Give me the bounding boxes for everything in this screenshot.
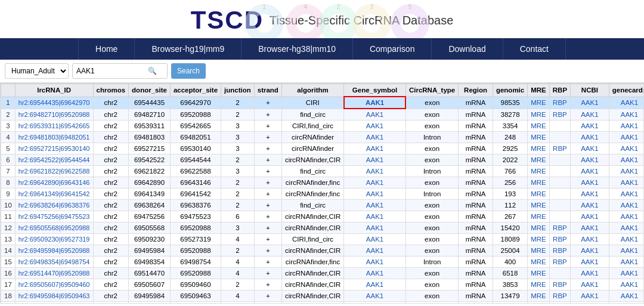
gene-symbol-cell[interactable]: AAK1 [344,245,406,256]
gene-symbol-cell[interactable]: AAK1 [344,200,406,211]
mre-cell[interactable]: MRE [528,166,550,177]
genecards-cell[interactable]: AAK1 [609,177,644,188]
gene-symbol-cell[interactable]: AAK1 [344,234,406,245]
rbp-cell[interactable]: RBP [549,279,570,290]
gene-symbol-cell[interactable]: AAK1 [344,290,406,302]
rbp-cell[interactable] [549,188,570,200]
table-row[interactable]: 16 hr2:69514470|69520988 chr2 69514470 6… [1,268,645,279]
lrcrna-id-cell[interactable]: hr2:69498354|69498754 [15,256,93,268]
results-table-wrap[interactable]: lrcRNA_ID chromos donor_site acceptor_si… [0,83,644,304]
mre-cell[interactable]: MRE [528,132,550,143]
mre-cell[interactable]: MRE [528,154,550,166]
rbp-cell[interactable]: RBP [549,256,570,268]
ncbi-cell[interactable]: AAK1 [571,256,609,268]
nav-home[interactable]: Home [78,38,135,60]
genecards-cell[interactable]: AAK1 [609,256,644,268]
table-row[interactable]: 10 hr2:69638264|69638376 chr2 69638264 6… [1,200,645,211]
genecards-cell[interactable]: AAK1 [609,154,644,166]
rbp-cell[interactable] [549,200,570,211]
gene-symbol-cell[interactable]: AAK1 [344,154,406,166]
ncbi-cell[interactable]: AAK1 [571,120,609,132]
ncbi-cell[interactable]: AAK1 [571,279,609,290]
gene-symbol-cell[interactable]: AAK1 [344,222,406,234]
gene-symbol-cell[interactable]: AAK1 [344,188,406,200]
rbp-cell[interactable] [549,268,570,279]
rbp-cell[interactable] [549,154,570,166]
genecards-cell[interactable]: AAK1 [609,279,644,290]
search-button[interactable]: Search [171,63,206,79]
mre-cell[interactable]: MRE [528,97,550,109]
genecards-cell[interactable]: AAK1 [609,166,644,177]
rbp-cell[interactable] [549,177,570,188]
lrcrna-id-cell[interactable]: hr2:69514470|69520988 [15,268,93,279]
lrcrna-id-cell[interactable]: hr2:69505568|69520988 [15,222,93,234]
table-row[interactable]: 12 hr2:69505568|69520988 chr2 69505568 6… [1,222,645,234]
mre-cell[interactable]: MRE [528,290,550,302]
genecards-cell[interactable]: AAK1 [609,234,644,245]
mre-cell[interactable]: MRE [528,245,550,256]
genecards-cell[interactable]: AAK1 [609,222,644,234]
gene-symbol-cell[interactable]: AAK1 [344,268,406,279]
gene-symbol-cell[interactable]: AAK1 [344,120,406,132]
table-row[interactable]: 15 hr2:69498354|69498754 chr2 69498354 6… [1,256,645,268]
rbp-cell[interactable] [549,120,570,132]
genecards-cell[interactable]: AAK1 [609,120,644,132]
lrcrna-id-cell[interactable]: hr2:69638264|69638376 [15,200,93,211]
lrcrna-id-cell[interactable]: hr2:69458068|69459526 [15,302,93,304]
gene-symbol-cell[interactable]: AAK1 [344,177,406,188]
lrcrna-id-cell[interactable]: hr2:69505607|69509460 [15,279,93,290]
ncbi-cell[interactable]: AAK1 [571,245,609,256]
gene-symbol-cell[interactable]: AAK1 [344,279,406,290]
rbp-cell[interactable]: RBP [549,97,570,109]
ncbi-cell[interactable]: AAK1 [571,188,609,200]
lrcrna-id-cell[interactable]: hr2:69641349|69641542 [15,188,93,200]
mre-cell[interactable]: MRE [528,268,550,279]
table-row[interactable]: 6 hr2:69542522|69544544 chr2 69542522 69… [1,154,645,166]
ncbi-cell[interactable]: AAK1 [571,109,609,120]
mre-cell[interactable]: MRE [528,234,550,245]
ncbi-cell[interactable]: AAK1 [571,234,609,245]
table-row[interactable]: 18 hr2:69495984|69509463 chr2 69495984 6… [1,290,645,302]
ncbi-cell[interactable]: AAK1 [571,132,609,143]
genecards-cell[interactable]: AAK1 [609,132,644,143]
gene-symbol-cell[interactable]: AAK1 [344,256,406,268]
ncbi-cell[interactable]: AAK1 [571,177,609,188]
mre-cell[interactable]: MRE [528,302,550,304]
species-select[interactable]: Human_Adult Human_Fetal Mouse_Adult Mous… [5,63,69,79]
gene-symbol-cell[interactable]: AAK1,RP11-427H [344,302,406,304]
lrcrna-id-cell[interactable]: hr2:69495984|69520988 [15,245,93,256]
genecards-cell[interactable]: AAK1 [609,188,644,200]
lrcrna-id-cell[interactable]: hr2:69542522|69544544 [15,154,93,166]
nav-download[interactable]: Download [432,38,503,60]
mre-cell[interactable]: MRE [528,109,550,120]
nav-browser-hg19[interactable]: Browser-hg19|mm9 [135,38,242,60]
lrcrna-id-cell[interactable]: hr2:69544435|69642970 [15,97,93,109]
genecards-cell[interactable]: AAK1 [609,200,644,211]
lrcrna-id-cell[interactable]: hr2:69539311|69542665 [15,120,93,132]
ncbi-cell[interactable]: AAK1 [571,200,609,211]
ncbi-cell[interactable]: AAK1 [571,211,609,222]
table-row[interactable]: 8 hr2:69642890|69643146 chr2 69642890 69… [1,177,645,188]
table-row[interactable]: 5 hr2:69527215|69530140 chr2 69527215 69… [1,143,645,154]
genecards-cell[interactable]: AAK1 [609,268,644,279]
ncbi-cell[interactable]: AAK1 [571,97,609,109]
table-row[interactable]: 17 hr2:69505607|69509460 chr2 69505607 6… [1,279,645,290]
mre-cell[interactable]: MRE [528,279,550,290]
mre-cell[interactable]: MRE [528,222,550,234]
rbp-cell[interactable] [549,166,570,177]
genecards-cell[interactable]: AAK1 [609,143,644,154]
gene-symbol-cell[interactable]: AAK1 [344,97,406,109]
lrcrna-id-cell[interactable]: hr2:69527215|69530140 [15,143,93,154]
table-row[interactable]: 4 hr2:69481803|69482051 chr2 69481803 69… [1,132,645,143]
ncbi-cell[interactable]: AAK1 [571,143,609,154]
mre-cell[interactable]: MRE [528,211,550,222]
table-row[interactable]: 13 hr2:69509230|69527319 chr2 69509230 6… [1,234,645,245]
ncbi-cell[interactable]: AAK1 [571,268,609,279]
lrcrna-id-cell[interactable]: hr2:69621822|69622588 [15,166,93,177]
mre-cell[interactable]: MRE [528,256,550,268]
table-row[interactable]: 9 hr2:69641349|69641542 chr2 69641349 69… [1,188,645,200]
rbp-cell[interactable] [549,211,570,222]
genecards-cell[interactable]: AAK1 [609,97,644,109]
genecards-cell[interactable]: AAK1 [609,245,644,256]
genecards-cell[interactable]: AAK1 [609,290,644,302]
